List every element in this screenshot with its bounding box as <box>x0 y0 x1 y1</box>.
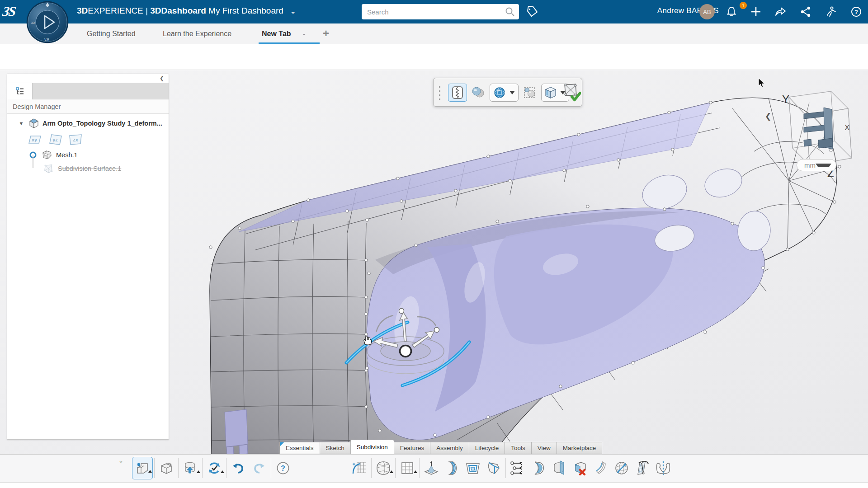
surface-grid-icon <box>351 460 368 476</box>
dropdown-mini-icon[interactable] <box>197 470 200 473</box>
app-window-header <box>0 44 868 70</box>
edge-handle-dot[interactable] <box>399 309 404 314</box>
blend-spheres-icon <box>471 86 486 99</box>
pick-filter-button[interactable] <box>523 85 538 100</box>
add-icon[interactable] <box>750 5 762 18</box>
extract-face-button[interactable] <box>483 457 504 479</box>
svg-text:?: ? <box>854 9 858 15</box>
crease-edges-icon <box>451 86 464 99</box>
toolbar-drag-handle[interactable] <box>439 86 441 100</box>
import-content-button[interactable] <box>156 457 177 479</box>
tag-icon[interactable] <box>525 5 539 19</box>
avatar[interactable]: AB <box>699 4 715 19</box>
plane-xy-icon[interactable]: xy <box>28 133 43 146</box>
units-dropdown[interactable]: mm <box>797 159 836 171</box>
subdivision-plane-button[interactable] <box>397 457 418 479</box>
extrude-face-button[interactable] <box>421 457 442 479</box>
tab-getting-started[interactable]: Getting Started <box>87 23 136 44</box>
subdivision-box-button[interactable] <box>373 457 394 479</box>
help-button[interactable]: ? <box>273 457 293 479</box>
display-mode-dropdown-icon[interactable] <box>509 91 515 94</box>
bend-surface-button[interactable] <box>442 457 462 479</box>
svg-text:?: ? <box>281 465 285 472</box>
community-person-icon[interactable] <box>825 5 837 18</box>
ribbon-tab-lifecycle[interactable]: Lifecycle <box>469 442 505 454</box>
svg-text:xy: xy <box>32 137 38 142</box>
add-tab-icon[interactable]: + <box>323 27 329 40</box>
mesh-node-label[interactable]: Mesh.1 <box>56 151 78 159</box>
dropdown-mini-icon[interactable] <box>148 470 152 473</box>
ribbon-tab-subdivision[interactable]: Subdivision <box>350 440 394 454</box>
toolbar-collapse-icon[interactable]: ⌄ <box>118 457 123 464</box>
match-curvature-button[interactable] <box>528 457 549 479</box>
viewport-panel-collapse-icon[interactable]: ❮ <box>765 112 771 121</box>
align-points-button[interactable] <box>507 457 528 479</box>
dropdown-mini-icon[interactable] <box>221 470 224 473</box>
dropdown-mini-icon[interactable] <box>414 470 417 473</box>
dashboard-tab-row: Getting Started Learn the Experience New… <box>0 23 868 44</box>
share-forward-icon[interactable] <box>774 5 787 18</box>
bend-surface-icon <box>444 460 460 476</box>
ribbon-tab-sketch[interactable]: Sketch <box>320 442 350 454</box>
symmetry-button[interactable] <box>653 457 674 479</box>
surface-grid-button[interactable] <box>349 457 370 479</box>
tree-root-node[interactable]: ▼ Arm Opto_Topology Study 1_deform... <box>17 117 162 129</box>
project-sphere-button[interactable] <box>611 457 632 479</box>
units-dropdown-icon <box>816 164 831 167</box>
tree-view-tab[interactable] <box>7 83 33 99</box>
delete-face-button[interactable] <box>570 457 590 479</box>
new-content-button[interactable] <box>132 457 153 479</box>
dashboard-chevron-icon[interactable]: ⌄ <box>290 8 296 15</box>
top-bar: 3S 3DEXPERIENCE | 3DDashboard My First D… <box>0 0 868 23</box>
ribbon-tab-assembly[interactable]: Assembly <box>430 442 469 454</box>
mirror-plane-button[interactable] <box>632 457 653 479</box>
new-content-icon <box>135 460 150 476</box>
extrude-face-icon <box>423 460 439 476</box>
notifications-bell-icon[interactable] <box>725 5 738 18</box>
tab-learn-the-experience[interactable]: Learn the Experience <box>163 23 231 44</box>
inset-face-button[interactable] <box>462 457 483 479</box>
crease-edges-button[interactable] <box>448 84 467 102</box>
undo-button[interactable] <box>228 457 249 479</box>
save-button[interactable] <box>180 457 201 479</box>
dassault-logo[interactable]: 3S <box>2 4 16 19</box>
panel-collapse-icon[interactable]: ❮ <box>160 75 164 81</box>
mirror-plane-icon <box>634 460 651 476</box>
redo-button[interactable] <box>249 457 269 479</box>
panel-tab-strip <box>7 83 169 99</box>
inset-face-icon <box>465 460 481 476</box>
tree-structure-icon <box>15 86 25 96</box>
blend-spheres-button[interactable] <box>471 85 486 100</box>
ribbon-tab-marketplace[interactable]: Marketplace <box>557 442 603 454</box>
plane-yz-icon[interactable]: yz <box>48 133 63 146</box>
root-node-label[interactable]: Arm Opto_Topology Study 1_deform... <box>42 120 162 127</box>
expand-triangle-icon[interactable]: ▼ <box>17 121 25 126</box>
search-input[interactable] <box>367 8 505 16</box>
import-content-icon <box>159 460 174 476</box>
validate-button[interactable] <box>563 84 581 102</box>
update-button[interactable] <box>204 457 225 479</box>
panel-top-strip: ❮ <box>7 74 169 83</box>
dropdown-mini-icon[interactable] <box>390 470 393 473</box>
ribbon-tab-view[interactable]: View <box>531 442 557 454</box>
dashboard-name[interactable]: My First Dashboard <box>208 6 283 15</box>
ribbon-tab-tools[interactable]: Tools <box>505 442 531 454</box>
crease-edge-button[interactable] <box>590 457 611 479</box>
tree-node-subdivision-surface[interactable]: Subdivision Surface.1 <box>42 163 121 174</box>
split-plane-button[interactable] <box>549 457 570 479</box>
ribbon-tab-essentials[interactable]: Essentials <box>279 442 320 454</box>
subdivision-node-label[interactable]: Subdivision Surface.1 <box>58 165 121 172</box>
edge-handle-dot[interactable] <box>434 328 439 333</box>
tab-options-chevron-icon[interactable]: ⌄ <box>302 30 307 37</box>
tab-new-tab[interactable]: New Tab <box>262 23 291 44</box>
ribbon-tab-features[interactable]: Features <box>394 442 430 454</box>
tree-node-mesh[interactable]: Mesh.1 <box>29 149 78 161</box>
plane-zx-icon[interactable]: zx <box>68 133 83 146</box>
3dexperience-compass[interactable]: 3D V.R <box>26 1 69 44</box>
mouse-cursor <box>759 78 764 87</box>
global-search[interactable] <box>362 4 519 19</box>
help-icon[interactable]: ? <box>850 5 863 18</box>
share-network-icon[interactable] <box>799 5 812 18</box>
search-icon[interactable] <box>505 6 515 17</box>
display-mode-group[interactable] <box>490 84 519 102</box>
